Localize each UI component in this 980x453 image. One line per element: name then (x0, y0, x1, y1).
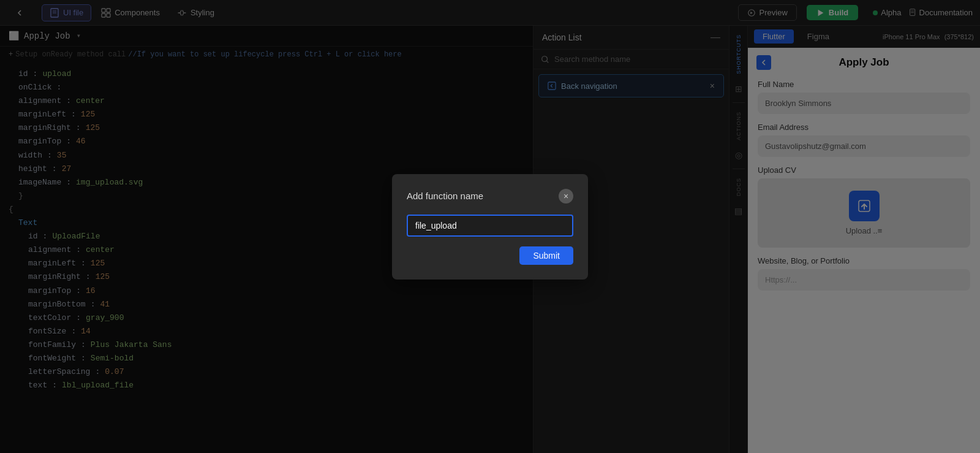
modal-close-button[interactable]: × (559, 189, 573, 204)
add-function-modal: Add function name × Submit (392, 174, 588, 280)
modal-overlay: Add function name × Submit (0, 0, 980, 453)
modal-header: Add function name × (407, 189, 573, 204)
function-name-input[interactable] (407, 215, 573, 237)
modal-actions: Submit (407, 246, 573, 265)
submit-button[interactable]: Submit (519, 246, 573, 265)
modal-title: Add function name (407, 191, 483, 201)
